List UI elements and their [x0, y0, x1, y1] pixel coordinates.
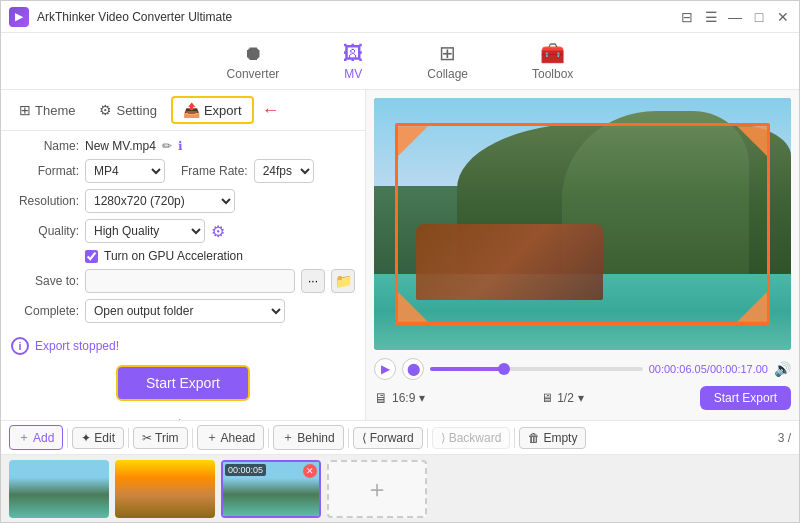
- thumbnail-3[interactable]: 00:00:05 ✕: [221, 460, 321, 518]
- left-panel: ⊞ Theme ⚙ Setting 📤 Export ← Name:: [1, 90, 366, 420]
- name-label: Name:: [11, 139, 79, 153]
- complete-row: Complete: Open output folder Do nothing: [11, 299, 355, 323]
- divider-5: [348, 428, 349, 448]
- theme-icon: ⊞: [19, 102, 31, 118]
- quality-select[interactable]: High Quality Medium Quality: [85, 219, 205, 243]
- monitor-icon: 🖥: [374, 390, 388, 406]
- framerate-label: Frame Rate:: [181, 164, 248, 178]
- quality-gear-icon[interactable]: ⚙: [211, 222, 225, 241]
- collage-label: Collage: [427, 67, 468, 81]
- tab-toolbox[interactable]: 🧰 Toolbox: [520, 37, 585, 85]
- start-export-right-button[interactable]: Start Export: [700, 386, 791, 410]
- info-message: Export stopped!: [35, 339, 119, 353]
- progress-bar[interactable]: [430, 367, 643, 371]
- divider-2: [128, 428, 129, 448]
- arrow-indicator: ←: [262, 100, 280, 121]
- export-icon: 📤: [183, 102, 200, 118]
- app-title: ArkThinker Video Converter Ultimate: [37, 10, 679, 24]
- forward-icon: ⟨: [362, 431, 367, 445]
- menu-btn[interactable]: ☰: [703, 9, 719, 25]
- preview-frame: [395, 123, 770, 325]
- start-export-left-button[interactable]: Start Export: [116, 365, 250, 401]
- format-row: Format: MP4 AVI MOV Frame Rate: 24fps 30…: [11, 159, 355, 183]
- gpu-checkbox[interactable]: [85, 250, 98, 263]
- page-dropdown-icon[interactable]: ▾: [578, 391, 584, 405]
- progress-fill: [430, 367, 504, 371]
- close-btn[interactable]: ✕: [775, 9, 791, 25]
- resolution-row: Resolution: 1280x720 (720p) 1920x1080 (1…: [11, 189, 355, 213]
- name-value: New MV.mp4: [85, 139, 156, 153]
- ahead-label: Ahead: [221, 431, 256, 445]
- saveto-row: Save to: C:\ArkThinker\ArkThin... Ultima…: [11, 269, 355, 293]
- page-count: 3 /: [778, 431, 791, 445]
- corner-bl: [398, 292, 428, 322]
- behind-label: Behind: [297, 431, 334, 445]
- subtitle-btn[interactable]: ⊟: [679, 9, 695, 25]
- add-button[interactable]: ＋ Add: [9, 425, 63, 450]
- nav-tabs: ⏺ Converter 🖼 MV ⊞ Collage 🧰 Toolbox: [1, 33, 799, 90]
- divider-1: [67, 428, 68, 448]
- ratio-select[interactable]: 🖥 16:9 ▾: [374, 390, 425, 406]
- ahead-button[interactable]: ＋ Ahead: [197, 425, 265, 450]
- thumb-duration-3: 00:00:05: [225, 464, 266, 476]
- edit-button[interactable]: ✦ Edit: [72, 427, 124, 449]
- format-label: Format:: [11, 164, 79, 178]
- add-thumbnail-btn[interactable]: ＋: [327, 460, 427, 518]
- info-circle-icon: i: [11, 337, 29, 355]
- framerate-select[interactable]: 24fps 30fps 60fps: [254, 159, 314, 183]
- format-select[interactable]: MP4 AVI MOV: [85, 159, 165, 183]
- behind-button[interactable]: ＋ Behind: [273, 425, 343, 450]
- empty-button[interactable]: 🗑 Empty: [519, 427, 586, 449]
- tab-mv[interactable]: 🖼 MV: [331, 38, 375, 85]
- toolbox-label: Toolbox: [532, 67, 573, 81]
- edit-icon[interactable]: ✏: [162, 139, 172, 153]
- ratio-value: 16:9: [392, 391, 415, 405]
- complete-select[interactable]: Open output folder Do nothing: [85, 299, 285, 323]
- main-content: ⊞ Theme ⚙ Setting 📤 Export ← Name:: [1, 90, 799, 420]
- divider-6: [427, 428, 428, 448]
- app-window: ▶ ArkThinker Video Converter Ultimate ⊟ …: [0, 0, 800, 523]
- edit-icon2: ✦: [81, 431, 91, 445]
- trim-icon: ✂: [142, 431, 152, 445]
- page-select[interactable]: 🖥 1/2 ▾: [541, 391, 584, 405]
- ratio-dropdown-icon[interactable]: ▾: [419, 391, 425, 405]
- saveto-input[interactable]: C:\ArkThinker\ArkThin... Ultimate\MV Exp…: [85, 269, 295, 293]
- thumbnail-strip: 00:00:05 ✕ ＋: [1, 454, 799, 522]
- trash-icon: 🗑: [528, 431, 540, 445]
- browse-dots-btn[interactable]: ···: [301, 269, 325, 293]
- form-area: Name: New MV.mp4 ✏ ℹ Format: MP4 AVI MOV…: [1, 131, 365, 331]
- subtab-setting[interactable]: ⚙ Setting: [89, 98, 166, 122]
- stop-button[interactable]: ⬤: [402, 358, 424, 380]
- resolution-select[interactable]: 1280x720 (720p) 1920x1080 (1080p): [85, 189, 235, 213]
- toolbox-icon: 🧰: [540, 41, 565, 65]
- thumb-close-3[interactable]: ✕: [303, 464, 317, 478]
- subtab-theme[interactable]: ⊞ Theme: [9, 98, 85, 122]
- thumbnail-1[interactable]: [9, 460, 109, 518]
- trim-button[interactable]: ✂ Trim: [133, 427, 188, 449]
- window-controls: ⊟ ☰ — □ ✕: [679, 9, 791, 25]
- tab-converter[interactable]: ⏺ Converter: [215, 38, 292, 85]
- subtab-export[interactable]: 📤 Export: [171, 96, 254, 124]
- mv-icon: 🖼: [343, 42, 363, 65]
- tab-collage[interactable]: ⊞ Collage: [415, 37, 480, 85]
- divider-3: [192, 428, 193, 448]
- mv-label: MV: [344, 67, 362, 81]
- export-button-area: Start Export: [1, 361, 365, 409]
- forward-button[interactable]: ⟨ Forward: [353, 427, 423, 449]
- down-arrow-icon: ←: [173, 409, 193, 420]
- info-icon[interactable]: ℹ: [178, 139, 183, 153]
- empty-label: Empty: [543, 431, 577, 445]
- edit-label: Edit: [94, 431, 115, 445]
- volume-icon[interactable]: 🔊: [774, 361, 791, 377]
- play-button[interactable]: ▶: [374, 358, 396, 380]
- backward-button[interactable]: ⟩ Backward: [432, 427, 511, 449]
- corner-tl: [398, 126, 428, 156]
- app-logo: ▶: [9, 7, 29, 27]
- thumbnail-2[interactable]: [115, 460, 215, 518]
- minimize-btn[interactable]: —: [727, 9, 743, 25]
- open-folder-btn[interactable]: 📁: [331, 269, 355, 293]
- corner-tr: [737, 126, 767, 156]
- complete-label: Complete:: [11, 304, 79, 318]
- maximize-btn[interactable]: □: [751, 9, 767, 25]
- titlebar: ▶ ArkThinker Video Converter Ultimate ⊟ …: [1, 1, 799, 33]
